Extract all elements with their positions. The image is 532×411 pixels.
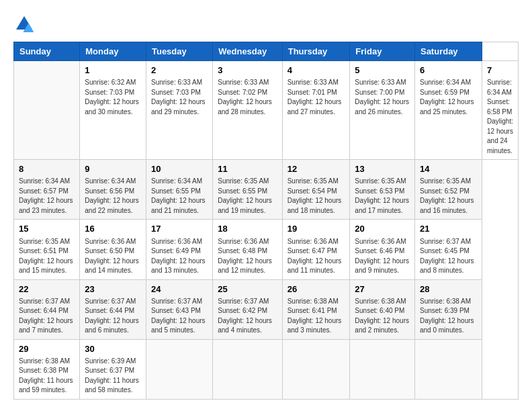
calendar-cell bbox=[213, 339, 282, 399]
calendar-cell: 24Sunrise: 6:37 AM Sunset: 6:43 PM Dayli… bbox=[146, 279, 212, 339]
day-number: 8 bbox=[19, 163, 75, 175]
calendar-cell: 22Sunrise: 6:37 AM Sunset: 6:44 PM Dayli… bbox=[14, 279, 80, 339]
day-info: Sunrise: 6:37 AM Sunset: 6:43 PM Dayligh… bbox=[151, 297, 208, 336]
day-number: 13 bbox=[355, 163, 410, 175]
day-number: 14 bbox=[420, 163, 477, 175]
day-info: Sunrise: 6:38 AM Sunset: 6:38 PM Dayligh… bbox=[19, 357, 75, 396]
calendar-cell: 28Sunrise: 6:38 AM Sunset: 6:39 PM Dayli… bbox=[414, 279, 482, 339]
day-number: 26 bbox=[287, 283, 345, 295]
day-number: 1 bbox=[85, 64, 141, 77]
day-number: 16 bbox=[85, 223, 141, 235]
logo-icon bbox=[13, 13, 35, 35]
day-number: 2 bbox=[151, 64, 208, 77]
day-info: Sunrise: 6:36 AM Sunset: 6:50 PM Dayligh… bbox=[85, 237, 141, 276]
calendar-cell: 4Sunrise: 6:33 AM Sunset: 7:01 PM Daylig… bbox=[282, 61, 350, 160]
day-of-week-header: Friday bbox=[350, 42, 415, 61]
day-info: Sunrise: 6:36 AM Sunset: 6:47 PM Dayligh… bbox=[287, 237, 345, 276]
day-number: 24 bbox=[151, 283, 208, 295]
calendar-cell: 23Sunrise: 6:37 AM Sunset: 6:44 PM Dayli… bbox=[80, 279, 146, 339]
day-number: 19 bbox=[287, 223, 345, 235]
day-info: Sunrise: 6:35 AM Sunset: 6:54 PM Dayligh… bbox=[287, 177, 345, 216]
calendar-cell: 5Sunrise: 6:33 AM Sunset: 7:00 PM Daylig… bbox=[350, 61, 415, 160]
day-number: 18 bbox=[218, 223, 277, 235]
calendar-cell: 3Sunrise: 6:33 AM Sunset: 7:02 PM Daylig… bbox=[213, 61, 282, 160]
calendar-cell: 8Sunrise: 6:34 AM Sunset: 6:57 PM Daylig… bbox=[14, 160, 80, 220]
calendar-cell: 9Sunrise: 6:34 AM Sunset: 6:56 PM Daylig… bbox=[80, 160, 146, 220]
day-info: Sunrise: 6:34 AM Sunset: 6:56 PM Dayligh… bbox=[85, 177, 141, 216]
day-info: Sunrise: 6:32 AM Sunset: 7:03 PM Dayligh… bbox=[85, 78, 141, 117]
day-info: Sunrise: 6:36 AM Sunset: 6:49 PM Dayligh… bbox=[151, 237, 208, 276]
calendar-cell: 13Sunrise: 6:35 AM Sunset: 6:53 PM Dayli… bbox=[350, 160, 415, 220]
day-number: 21 bbox=[420, 223, 477, 235]
calendar-table: SundayMondayTuesdayWednesdayThursdayFrid… bbox=[13, 42, 519, 400]
day-info: Sunrise: 6:35 AM Sunset: 6:53 PM Dayligh… bbox=[355, 177, 410, 216]
day-info: Sunrise: 6:34 AM Sunset: 6:55 PM Dayligh… bbox=[151, 177, 208, 216]
day-info: Sunrise: 6:34 AM Sunset: 6:58 PM Dayligh… bbox=[487, 78, 513, 156]
calendar-week-row: 15Sunrise: 6:35 AM Sunset: 6:51 PM Dayli… bbox=[14, 220, 519, 279]
day-info: Sunrise: 6:38 AM Sunset: 6:39 PM Dayligh… bbox=[420, 297, 477, 336]
day-info: Sunrise: 6:36 AM Sunset: 6:48 PM Dayligh… bbox=[218, 237, 277, 276]
calendar-cell: 20Sunrise: 6:36 AM Sunset: 6:46 PM Dayli… bbox=[350, 220, 415, 279]
day-number: 29 bbox=[19, 343, 75, 355]
calendar-cell: 17Sunrise: 6:36 AM Sunset: 6:49 PM Dayli… bbox=[146, 220, 212, 279]
day-info: Sunrise: 6:37 AM Sunset: 6:45 PM Dayligh… bbox=[420, 237, 477, 276]
calendar-header-row: SundayMondayTuesdayWednesdayThursdayFrid… bbox=[14, 42, 519, 61]
day-number: 3 bbox=[218, 64, 277, 77]
day-info: Sunrise: 6:38 AM Sunset: 6:41 PM Dayligh… bbox=[287, 297, 345, 336]
calendar-cell: 19Sunrise: 6:36 AM Sunset: 6:47 PM Dayli… bbox=[282, 220, 350, 279]
day-info: Sunrise: 6:38 AM Sunset: 6:40 PM Dayligh… bbox=[355, 297, 410, 336]
day-info: Sunrise: 6:37 AM Sunset: 6:42 PM Dayligh… bbox=[218, 297, 277, 336]
day-number: 27 bbox=[355, 283, 410, 295]
day-info: Sunrise: 6:35 AM Sunset: 6:55 PM Dayligh… bbox=[218, 177, 277, 216]
day-number: 20 bbox=[355, 223, 410, 235]
calendar-cell: 11Sunrise: 6:35 AM Sunset: 6:55 PM Dayli… bbox=[213, 160, 282, 220]
day-number: 12 bbox=[287, 163, 345, 175]
day-number: 15 bbox=[19, 223, 75, 235]
day-info: Sunrise: 6:33 AM Sunset: 7:02 PM Dayligh… bbox=[218, 78, 277, 117]
logo bbox=[13, 13, 38, 35]
calendar-week-row: 29Sunrise: 6:38 AM Sunset: 6:38 PM Dayli… bbox=[14, 339, 519, 399]
calendar-cell: 26Sunrise: 6:38 AM Sunset: 6:41 PM Dayli… bbox=[282, 279, 350, 339]
day-info: Sunrise: 6:37 AM Sunset: 6:44 PM Dayligh… bbox=[19, 297, 75, 336]
calendar-cell: 16Sunrise: 6:36 AM Sunset: 6:50 PM Dayli… bbox=[80, 220, 146, 279]
day-of-week-header: Wednesday bbox=[213, 42, 282, 61]
day-number: 30 bbox=[85, 343, 141, 355]
day-number: 25 bbox=[218, 283, 277, 295]
day-info: Sunrise: 6:36 AM Sunset: 6:46 PM Dayligh… bbox=[355, 237, 410, 276]
day-info: Sunrise: 6:39 AM Sunset: 6:37 PM Dayligh… bbox=[85, 357, 141, 396]
day-number: 7 bbox=[487, 64, 513, 77]
day-number: 22 bbox=[19, 283, 75, 295]
day-info: Sunrise: 6:35 AM Sunset: 6:51 PM Dayligh… bbox=[19, 237, 75, 276]
day-of-week-header: Tuesday bbox=[146, 42, 212, 61]
calendar-cell: 29Sunrise: 6:38 AM Sunset: 6:38 PM Dayli… bbox=[14, 339, 80, 399]
day-number: 17 bbox=[151, 223, 208, 235]
day-number: 5 bbox=[355, 64, 410, 77]
day-of-week-header: Saturday bbox=[414, 42, 482, 61]
day-info: Sunrise: 6:33 AM Sunset: 7:00 PM Dayligh… bbox=[355, 78, 410, 117]
day-info: Sunrise: 6:35 AM Sunset: 6:52 PM Dayligh… bbox=[420, 177, 477, 216]
calendar-cell bbox=[350, 339, 415, 399]
day-number: 28 bbox=[420, 283, 477, 295]
day-of-week-header: Sunday bbox=[14, 42, 80, 61]
day-of-week-header: Monday bbox=[80, 42, 146, 61]
day-number: 11 bbox=[218, 163, 277, 175]
day-number: 4 bbox=[287, 64, 345, 77]
day-number: 23 bbox=[85, 283, 141, 295]
calendar-cell: 27Sunrise: 6:38 AM Sunset: 6:40 PM Dayli… bbox=[350, 279, 415, 339]
day-of-week-header: Thursday bbox=[282, 42, 350, 61]
day-info: Sunrise: 6:33 AM Sunset: 7:03 PM Dayligh… bbox=[151, 78, 208, 117]
day-info: Sunrise: 6:37 AM Sunset: 6:44 PM Dayligh… bbox=[85, 297, 141, 336]
calendar-cell: 15Sunrise: 6:35 AM Sunset: 6:51 PM Dayli… bbox=[14, 220, 80, 279]
page-header bbox=[13, 13, 519, 35]
day-info: Sunrise: 6:33 AM Sunset: 7:01 PM Dayligh… bbox=[287, 78, 345, 117]
calendar-cell: 25Sunrise: 6:37 AM Sunset: 6:42 PM Dayli… bbox=[213, 279, 282, 339]
day-number: 9 bbox=[85, 163, 141, 175]
day-number: 10 bbox=[151, 163, 208, 175]
calendar-week-row: 22Sunrise: 6:37 AM Sunset: 6:44 PM Dayli… bbox=[14, 279, 519, 339]
day-info: Sunrise: 6:34 AM Sunset: 6:57 PM Dayligh… bbox=[19, 177, 75, 216]
calendar-cell: 6Sunrise: 6:34 AM Sunset: 6:59 PM Daylig… bbox=[414, 61, 482, 160]
calendar-cell: 18Sunrise: 6:36 AM Sunset: 6:48 PM Dayli… bbox=[213, 220, 282, 279]
calendar-cell: 10Sunrise: 6:34 AM Sunset: 6:55 PM Dayli… bbox=[146, 160, 212, 220]
calendar-cell: 2Sunrise: 6:33 AM Sunset: 7:03 PM Daylig… bbox=[146, 61, 212, 160]
calendar-cell bbox=[414, 339, 482, 399]
